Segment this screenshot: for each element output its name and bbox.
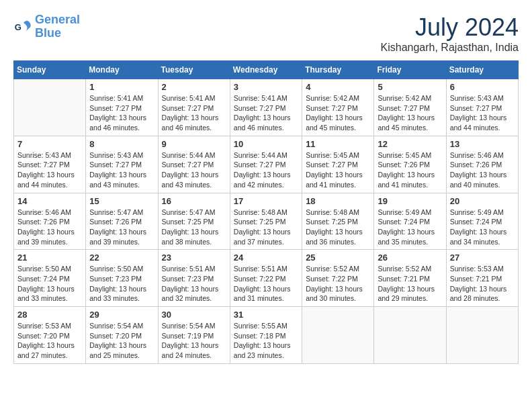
day-info: Sunrise: 5:46 AM Sunset: 7:26 PM Dayligh… — [17, 208, 82, 247]
column-header-saturday: Saturday — [446, 61, 518, 79]
day-number: 6 — [450, 82, 515, 92]
day-number: 20 — [450, 196, 515, 206]
day-info: Sunrise: 5:41 AM Sunset: 7:27 PM Dayligh… — [162, 93, 226, 133]
column-header-sunday: Sunday — [14, 61, 86, 79]
svg-text:G: G — [15, 21, 21, 32]
calendar-cell: 19Sunrise: 5:49 AM Sunset: 7:24 PM Dayli… — [374, 193, 446, 250]
day-number: 14 — [17, 196, 82, 206]
day-number: 23 — [162, 253, 226, 263]
calendar-cell: 3Sunrise: 5:41 AM Sunset: 7:27 PM Daylig… — [230, 79, 302, 136]
day-info: Sunrise: 5:43 AM Sunset: 7:27 PM Dayligh… — [17, 150, 82, 190]
day-number: 31 — [234, 310, 298, 320]
day-info: Sunrise: 5:49 AM Sunset: 7:24 PM Dayligh… — [378, 208, 442, 247]
calendar-cell: 31Sunrise: 5:55 AM Sunset: 7:18 PM Dayli… — [230, 307, 302, 364]
location-subtitle: Kishangarh, Rajasthan, India — [381, 42, 519, 54]
calendar-cell: 16Sunrise: 5:47 AM Sunset: 7:25 PM Dayli… — [158, 193, 230, 250]
day-info: Sunrise: 5:51 AM Sunset: 7:23 PM Dayligh… — [162, 264, 226, 304]
calendar-cell: 25Sunrise: 5:52 AM Sunset: 7:22 PM Dayli… — [302, 250, 374, 307]
calendar-cell: 13Sunrise: 5:46 AM Sunset: 7:26 PM Dayli… — [446, 136, 518, 193]
day-info: Sunrise: 5:41 AM Sunset: 7:27 PM Dayligh… — [89, 93, 154, 133]
calendar-cell — [302, 307, 374, 364]
calendar-cell: 6Sunrise: 5:43 AM Sunset: 7:27 PM Daylig… — [446, 79, 518, 136]
day-number: 13 — [450, 139, 515, 149]
day-number: 2 — [162, 82, 226, 92]
day-number: 7 — [17, 139, 82, 149]
calendar-table: SundayMondayTuesdayWednesdayThursdayFrid… — [13, 60, 519, 364]
day-number: 17 — [234, 196, 298, 206]
calendar-cell: 11Sunrise: 5:45 AM Sunset: 7:27 PM Dayli… — [302, 136, 374, 193]
day-number: 24 — [234, 253, 298, 263]
day-number: 12 — [378, 139, 442, 149]
day-number: 25 — [306, 253, 370, 263]
logo-text: General Blue — [35, 13, 80, 40]
day-number: 5 — [378, 82, 442, 92]
day-number: 19 — [378, 196, 442, 206]
month-year-title: July 2024 — [381, 13, 519, 42]
day-number: 10 — [234, 139, 298, 149]
day-number: 11 — [306, 139, 370, 149]
calendar-week-row: 28Sunrise: 5:53 AM Sunset: 7:20 PM Dayli… — [14, 307, 519, 364]
day-number: 18 — [306, 196, 370, 206]
title-block: July 2024 Kishangarh, Rajasthan, India — [381, 13, 519, 54]
day-info: Sunrise: 5:50 AM Sunset: 7:24 PM Dayligh… — [17, 264, 82, 304]
day-info: Sunrise: 5:52 AM Sunset: 7:21 PM Dayligh… — [378, 264, 442, 304]
day-number: 1 — [89, 82, 154, 92]
day-info: Sunrise: 5:42 AM Sunset: 7:27 PM Dayligh… — [378, 93, 442, 133]
day-info: Sunrise: 5:43 AM Sunset: 7:27 PM Dayligh… — [89, 150, 154, 190]
day-number: 16 — [162, 196, 226, 206]
day-number: 15 — [89, 196, 154, 206]
calendar-cell: 17Sunrise: 5:48 AM Sunset: 7:25 PM Dayli… — [230, 193, 302, 250]
day-number: 27 — [450, 253, 515, 263]
day-info: Sunrise: 5:44 AM Sunset: 7:27 PM Dayligh… — [162, 150, 226, 190]
calendar-week-row: 7Sunrise: 5:43 AM Sunset: 7:27 PM Daylig… — [14, 136, 519, 193]
calendar-cell: 18Sunrise: 5:48 AM Sunset: 7:25 PM Dayli… — [302, 193, 374, 250]
day-info: Sunrise: 5:53 AM Sunset: 7:21 PM Dayligh… — [450, 264, 515, 304]
column-header-tuesday: Tuesday — [158, 61, 230, 79]
day-info: Sunrise: 5:51 AM Sunset: 7:22 PM Dayligh… — [234, 264, 298, 304]
calendar-cell: 29Sunrise: 5:54 AM Sunset: 7:20 PM Dayli… — [86, 307, 158, 364]
day-info: Sunrise: 5:55 AM Sunset: 7:18 PM Dayligh… — [234, 321, 298, 361]
day-info: Sunrise: 5:49 AM Sunset: 7:24 PM Dayligh… — [450, 208, 515, 247]
day-number: 29 — [89, 310, 154, 320]
calendar-cell: 5Sunrise: 5:42 AM Sunset: 7:27 PM Daylig… — [374, 79, 446, 136]
day-info: Sunrise: 5:48 AM Sunset: 7:25 PM Dayligh… — [306, 208, 370, 247]
day-info: Sunrise: 5:54 AM Sunset: 7:19 PM Dayligh… — [162, 321, 226, 361]
column-header-wednesday: Wednesday — [230, 61, 302, 79]
day-number: 3 — [234, 82, 298, 92]
day-number: 9 — [162, 139, 226, 149]
day-info: Sunrise: 5:45 AM Sunset: 7:26 PM Dayligh… — [378, 150, 442, 190]
calendar-cell: 10Sunrise: 5:44 AM Sunset: 7:27 PM Dayli… — [230, 136, 302, 193]
calendar-week-row: 14Sunrise: 5:46 AM Sunset: 7:26 PM Dayli… — [14, 193, 519, 250]
calendar-cell: 4Sunrise: 5:42 AM Sunset: 7:27 PM Daylig… — [302, 79, 374, 136]
calendar-cell: 20Sunrise: 5:49 AM Sunset: 7:24 PM Dayli… — [446, 193, 518, 250]
day-info: Sunrise: 5:53 AM Sunset: 7:20 PM Dayligh… — [17, 321, 82, 361]
calendar-cell: 1Sunrise: 5:41 AM Sunset: 7:27 PM Daylig… — [86, 79, 158, 136]
day-info: Sunrise: 5:48 AM Sunset: 7:25 PM Dayligh… — [234, 208, 298, 247]
calendar-cell: 26Sunrise: 5:52 AM Sunset: 7:21 PM Dayli… — [374, 250, 446, 307]
calendar-cell: 8Sunrise: 5:43 AM Sunset: 7:27 PM Daylig… — [86, 136, 158, 193]
calendar-cell: 12Sunrise: 5:45 AM Sunset: 7:26 PM Dayli… — [374, 136, 446, 193]
column-header-thursday: Thursday — [302, 61, 374, 79]
calendar-cell: 14Sunrise: 5:46 AM Sunset: 7:26 PM Dayli… — [14, 193, 86, 250]
day-number: 8 — [89, 139, 154, 149]
column-header-friday: Friday — [374, 61, 446, 79]
calendar-cell: 30Sunrise: 5:54 AM Sunset: 7:19 PM Dayli… — [158, 307, 230, 364]
calendar-week-row: 21Sunrise: 5:50 AM Sunset: 7:24 PM Dayli… — [14, 250, 519, 307]
calendar-cell — [446, 307, 518, 364]
column-header-monday: Monday — [86, 61, 158, 79]
calendar-cell: 22Sunrise: 5:50 AM Sunset: 7:23 PM Dayli… — [86, 250, 158, 307]
calendar-cell: 28Sunrise: 5:53 AM Sunset: 7:20 PM Dayli… — [14, 307, 86, 364]
day-number: 4 — [306, 82, 370, 92]
day-info: Sunrise: 5:45 AM Sunset: 7:27 PM Dayligh… — [306, 150, 370, 190]
day-number: 30 — [162, 310, 226, 320]
calendar-cell: 7Sunrise: 5:43 AM Sunset: 7:27 PM Daylig… — [14, 136, 86, 193]
day-info: Sunrise: 5:44 AM Sunset: 7:27 PM Dayligh… — [234, 150, 298, 190]
calendar-cell: 24Sunrise: 5:51 AM Sunset: 7:22 PM Dayli… — [230, 250, 302, 307]
logo-icon: G — [13, 17, 32, 36]
calendar-cell — [374, 307, 446, 364]
page-header: G General Blue July 2024 Kishangarh, Raj… — [13, 13, 519, 54]
calendar-header-row: SundayMondayTuesdayWednesdayThursdayFrid… — [14, 61, 519, 79]
day-info: Sunrise: 5:50 AM Sunset: 7:23 PM Dayligh… — [89, 264, 154, 304]
day-number: 28 — [17, 310, 82, 320]
day-info: Sunrise: 5:46 AM Sunset: 7:26 PM Dayligh… — [450, 150, 515, 190]
